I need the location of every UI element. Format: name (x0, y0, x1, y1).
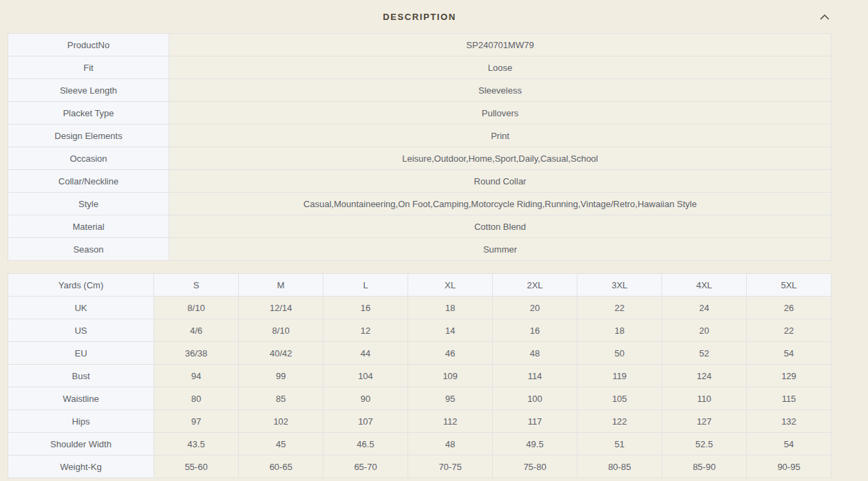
description-section-header: DESCRIPTION (8, 0, 832, 33)
size-cell: 12/14 (239, 297, 324, 319)
size-cell: 43.5 (154, 433, 239, 456)
size-cell: 46.5 (324, 433, 408, 456)
description-row-label: Placket Type (8, 102, 169, 125)
size-cell: 119 (578, 365, 662, 387)
size-table-body: Yards (Cm)SMLXL2XL3XL4XL5XLUK8/1012/1416… (8, 274, 832, 478)
description-row-label: Design Elements (8, 125, 169, 147)
size-column-header: L (324, 274, 408, 297)
size-row-label: Hips (8, 410, 154, 433)
size-column-header: 5XL (747, 274, 832, 297)
size-cell: 127 (662, 410, 747, 433)
size-cell: 99 (239, 365, 324, 387)
size-cell: 112 (408, 410, 493, 433)
description-row-value: Leisure,Outdoor,Home,Sport,Daily,Casual,… (169, 147, 832, 170)
size-cell: 8/10 (154, 297, 239, 319)
size-cell: 20 (493, 297, 578, 319)
size-row: Weight-Kg55-6060-6565-7070-7575-8080-858… (8, 456, 832, 478)
description-row: Design ElementsPrint (8, 125, 832, 147)
size-cell: 36/38 (154, 342, 239, 365)
size-cell: 54 (747, 433, 832, 456)
size-cell: 107 (324, 410, 408, 433)
size-cell: 22 (747, 319, 832, 342)
size-cell: 16 (493, 319, 578, 342)
description-section: DESCRIPTION ProductNoSP240701MW79FitLoos… (8, 0, 832, 478)
size-row-label: UK (8, 297, 154, 319)
size-cell: 114 (493, 365, 578, 387)
description-row-label: Season (8, 238, 169, 261)
description-row: StyleCasual,Mountaineering,On Foot,Campi… (8, 193, 832, 215)
size-cell: 109 (408, 365, 493, 387)
description-row-value: Cotton Blend (169, 215, 832, 238)
description-row-value: Casual,Mountaineering,On Foot,Camping,Mo… (169, 193, 832, 215)
description-row-value: Round Collar (169, 170, 832, 193)
size-cell: 18 (578, 319, 662, 342)
description-row-label: Sleeve Length (8, 79, 169, 102)
size-cell: 44 (324, 342, 408, 365)
size-cell: 46 (408, 342, 493, 365)
size-cell: 90 (324, 387, 408, 410)
product-description-table: ProductNoSP240701MW79FitLooseSleeve Leng… (8, 33, 832, 261)
size-cell: 129 (747, 365, 832, 387)
description-row-value: Sleeveless (169, 79, 832, 102)
size-cell: 100 (493, 387, 578, 410)
size-cell: 50 (578, 342, 662, 365)
size-cell: 122 (578, 410, 662, 433)
size-cell: 65-70 (324, 456, 408, 478)
size-cell: 104 (324, 365, 408, 387)
size-cell: 24 (662, 297, 747, 319)
size-cell: 55-60 (154, 456, 239, 478)
description-row: Sleeve LengthSleeveless (8, 79, 832, 102)
size-row: Hips97102107112117122127132 (8, 410, 832, 433)
description-row-value: Pullovers (169, 102, 832, 125)
size-cell: 85-90 (662, 456, 747, 478)
size-cell: 70-75 (408, 456, 493, 478)
size-row: Shoulder Width43.54546.54849.55152.554 (8, 433, 832, 456)
size-cell: 110 (662, 387, 747, 410)
size-cell: 52 (662, 342, 747, 365)
description-row-value: Summer (169, 238, 832, 261)
description-row-label: Occasion (8, 147, 169, 170)
size-cell: 40/42 (239, 342, 324, 365)
size-row: Waistline80859095100105110115 (8, 387, 832, 410)
size-cell: 48 (408, 433, 493, 456)
size-row: Bust9499104109114119124129 (8, 365, 832, 387)
size-row-label: Shoulder Width (8, 433, 154, 456)
size-row: EU36/3840/42444648505254 (8, 342, 832, 365)
description-row-label: Style (8, 193, 169, 215)
size-cell: 60-65 (239, 456, 324, 478)
size-header-row: Yards (Cm)SMLXL2XL3XL4XL5XL (8, 274, 832, 297)
size-cell: 12 (324, 319, 408, 342)
size-cell: 80 (154, 387, 239, 410)
size-row: US4/68/10121416182022 (8, 319, 832, 342)
size-row-label: EU (8, 342, 154, 365)
size-cell: 22 (578, 297, 662, 319)
collapse-section-button[interactable] (818, 10, 831, 23)
description-row: ProductNoSP240701MW79 (8, 34, 832, 56)
size-cell: 102 (239, 410, 324, 433)
size-cell: 90-95 (747, 456, 832, 478)
size-row-label: Waistline (8, 387, 154, 410)
description-row: OccasionLeisure,Outdoor,Home,Sport,Daily… (8, 147, 832, 170)
size-cell: 52.5 (662, 433, 747, 456)
size-cell: 117 (493, 410, 578, 433)
size-row-label: Bust (8, 365, 154, 387)
size-cell: 75-80 (493, 456, 578, 478)
size-cell: 4/6 (154, 319, 239, 342)
description-row: SeasonSummer (8, 238, 832, 261)
size-column-header: 3XL (578, 274, 662, 297)
size-column-header: 2XL (493, 274, 578, 297)
description-row: MaterialCotton Blend (8, 215, 832, 238)
section-title: DESCRIPTION (383, 12, 456, 22)
chevron-up-icon (820, 14, 829, 20)
size-header-label: Yards (Cm) (8, 274, 154, 297)
description-row-label: ProductNo (8, 34, 169, 56)
size-cell: 14 (408, 319, 493, 342)
size-chart-table: Yards (Cm)SMLXL2XL3XL4XL5XLUK8/1012/1416… (8, 273, 832, 478)
description-row: Placket TypePullovers (8, 102, 832, 125)
size-column-header: M (239, 274, 324, 297)
size-column-header: XL (408, 274, 493, 297)
size-cell: 16 (324, 297, 408, 319)
size-cell: 48 (493, 342, 578, 365)
description-row-value: Loose (169, 56, 832, 79)
size-cell: 80-85 (578, 456, 662, 478)
